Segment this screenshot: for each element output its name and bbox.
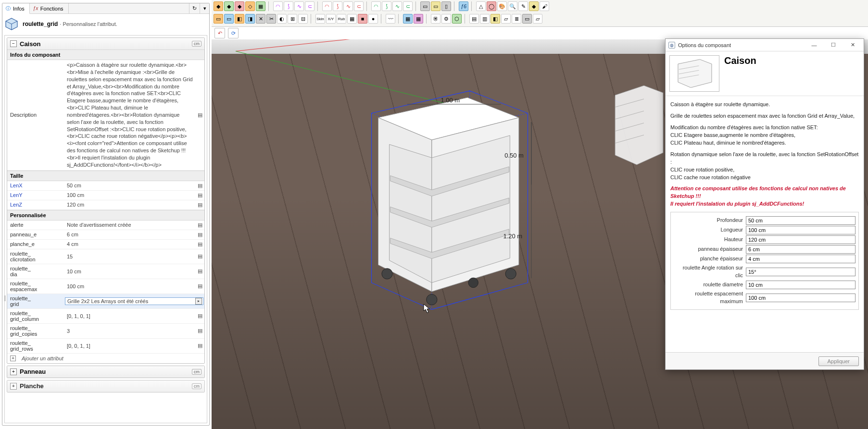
close-button[interactable]: ✕ xyxy=(844,40,861,50)
tool-icon[interactable]: ◇ xyxy=(245,1,255,11)
expand-icon[interactable]: + xyxy=(10,368,17,375)
sphere-icon[interactable]: ● xyxy=(368,14,378,24)
attr-row[interactable]: alerteNote d'avertissement créée▤ xyxy=(7,221,204,230)
diamond-icon[interactable]: ◆ xyxy=(529,1,539,11)
field-input[interactable] xyxy=(746,255,855,263)
tool-icon[interactable]: ◧ xyxy=(235,14,244,24)
tool-icon[interactable]: ▭ xyxy=(224,14,234,24)
unit-badge[interactable]: cm xyxy=(192,383,201,389)
box-icon[interactable]: ▭ xyxy=(420,1,430,11)
attr-row[interactable]: roulette_grid_copies3▤ xyxy=(7,324,204,339)
doc-icon[interactable]: ▥ xyxy=(480,14,490,24)
tri-icon[interactable]: △ xyxy=(476,1,486,11)
tool-icon[interactable]: ✕ xyxy=(256,14,265,24)
field-input[interactable] xyxy=(746,281,855,289)
attr-row[interactable]: roulette_grid_column[0, 1, 0, 1]▤ xyxy=(7,309,204,324)
tool-icon[interactable]: ⊞ xyxy=(288,14,297,24)
orbit-icon[interactable]: ⟳ xyxy=(228,28,239,38)
field-input[interactable] xyxy=(746,245,855,254)
grid-icon[interactable]: ▦ xyxy=(403,14,413,24)
attr-row[interactable]: planche_e4 cm▤ xyxy=(7,240,204,249)
dropdown-icon[interactable]: ▸ xyxy=(195,298,202,305)
attr-row[interactable]: panneau_e6 cm▤ xyxy=(7,230,204,240)
field-input[interactable] xyxy=(746,235,855,244)
grid-icon[interactable]: ▦ xyxy=(414,14,423,24)
attr-row[interactable]: −roulette_gridGrille 2x2 Les Arrays ont … xyxy=(7,294,204,309)
box-icon[interactable]: ▯ xyxy=(441,1,451,11)
box-icon[interactable]: ▭ xyxy=(431,1,440,11)
row-menu-icon[interactable]: ▤ xyxy=(196,183,204,189)
row-menu-icon[interactable]: ▤ xyxy=(196,268,204,274)
tool-icon[interactable]: ▦ xyxy=(256,1,265,11)
row-menu-icon[interactable]: ▤ xyxy=(196,313,204,319)
doc-icon[interactable]: ▤ xyxy=(469,14,479,24)
minimize-button[interactable]: — xyxy=(806,40,822,50)
row-menu-icon[interactable]: ▤ xyxy=(196,202,204,208)
tool-icon[interactable]: ◆ xyxy=(224,1,234,11)
dropdown-button[interactable]: ▾ xyxy=(200,3,209,13)
attr-row[interactable]: roulette_clicrotation15▤ xyxy=(7,249,204,264)
stop-icon[interactable]: ■ xyxy=(358,14,367,24)
expand-icon[interactable]: + xyxy=(10,383,17,390)
arc-icon[interactable]: ⊂ xyxy=(403,1,413,11)
selected-model[interactable]: 1.00 m 0.50 m 1.20 m xyxy=(346,73,553,323)
fx-icon[interactable]: ƒ6 xyxy=(459,1,468,11)
circle-icon[interactable]: ◯ xyxy=(487,1,496,11)
shield-icon[interactable]: ⛨ xyxy=(431,14,440,24)
tab-fonctions[interactable]: ƒx Fonctions xyxy=(30,3,69,13)
arc-icon[interactable]: ◠ xyxy=(322,1,332,11)
field-input[interactable] xyxy=(746,268,855,276)
tool-icon[interactable]: ▭ xyxy=(214,14,223,24)
row-menu-icon[interactable]: ▤ xyxy=(196,343,204,349)
box-icon[interactable]: ▭ xyxy=(522,14,532,24)
attr-value[interactable]: Grille 2x2 Les Arrays ont été créés▸ xyxy=(65,297,203,305)
field-input[interactable] xyxy=(746,226,855,234)
row-menu-icon[interactable]: ▤ xyxy=(196,112,204,118)
tab-infos[interactable]: ⓘ Infos xyxy=(2,3,30,14)
row-menu-icon[interactable]: ▤ xyxy=(196,253,204,259)
skin-icon[interactable]: Skin xyxy=(315,14,325,24)
cube-icon[interactable]: ◧ xyxy=(491,14,500,24)
arc-icon[interactable]: ∿ xyxy=(294,1,304,11)
undo-redo-icon[interactable]: ↶ xyxy=(214,28,225,38)
tool-icon[interactable]: ⊟ xyxy=(298,14,308,24)
tool-icon[interactable]: ✂ xyxy=(266,14,276,24)
arc-icon[interactable]: ⟆ xyxy=(284,1,293,11)
arc-icon[interactable]: ◠ xyxy=(273,1,283,11)
row-menu-icon[interactable]: ▤ xyxy=(196,192,204,198)
arc-icon[interactable]: ⟆ xyxy=(382,1,391,11)
hex-icon[interactable]: ⬡ xyxy=(452,14,462,24)
curve-icon[interactable]: 〰 xyxy=(386,14,395,24)
arc-icon[interactable]: ◠ xyxy=(371,1,381,11)
folder-icon[interactable]: ▱ xyxy=(501,14,511,24)
row-menu-icon[interactable]: ▤ xyxy=(196,241,204,247)
arc-icon[interactable]: ∿ xyxy=(343,1,353,11)
gear-icon[interactable]: ⚙ xyxy=(441,14,451,24)
row-menu-icon[interactable]: ▤ xyxy=(196,222,204,228)
attr-row[interactable]: LenZ120 cm▤ xyxy=(7,200,204,210)
accordion-header[interactable]: + Planche cm xyxy=(7,380,204,392)
arc-icon[interactable]: ⊂ xyxy=(305,1,314,11)
unit-badge[interactable]: cm xyxy=(192,41,201,47)
accordion-header[interactable]: + Panneau cm xyxy=(7,366,204,378)
wrench-icon[interactable]: ✎ xyxy=(518,1,528,11)
xy-icon[interactable]: X/Y xyxy=(326,14,336,24)
maximize-button[interactable]: ☐ xyxy=(825,40,842,50)
row-menu-icon[interactable]: ▤ xyxy=(196,232,204,238)
collapse-icon[interactable]: − xyxy=(10,40,17,47)
accordion-header[interactable]: − Caison cm xyxy=(7,38,204,49)
attr-row[interactable]: LenX50 cm▤ xyxy=(7,181,204,191)
refresh-button[interactable]: ↻ xyxy=(189,3,200,13)
rub-icon[interactable]: Rub xyxy=(337,14,346,24)
dialog-titlebar[interactable]: ◍ Options du composant — ☐ ✕ xyxy=(666,39,864,51)
row-menu-icon[interactable]: ▤ xyxy=(196,328,204,334)
field-input[interactable] xyxy=(746,294,855,302)
palette-icon[interactable]: 🎨 xyxy=(497,1,507,11)
add-attribute[interactable]: + Ajouter un attribut xyxy=(7,354,204,363)
arc-icon[interactable]: ⟆ xyxy=(333,1,342,11)
arc-icon[interactable]: ∿ xyxy=(392,1,402,11)
search-icon[interactable]: 🔍 xyxy=(508,1,517,11)
row-description[interactable]: Description <p>Caisson à étagère sur rou… xyxy=(7,60,204,171)
layers-icon[interactable]: ≣ xyxy=(512,14,521,24)
attr-row[interactable]: roulette_dia10 cm▤ xyxy=(7,264,204,279)
